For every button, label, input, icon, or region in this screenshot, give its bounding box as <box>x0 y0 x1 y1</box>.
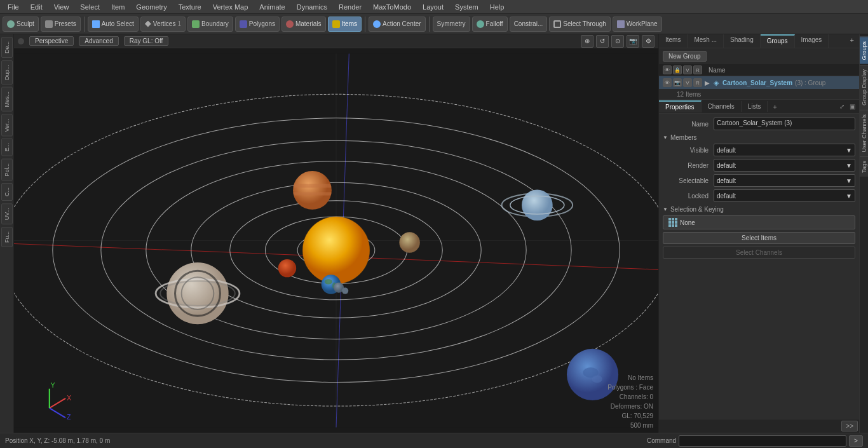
panel-expand-button[interactable]: >> <box>841 421 858 431</box>
menu-vertex-map[interactable]: Vertex Map <box>208 2 254 12</box>
tab-add-button[interactable]: + <box>845 34 859 48</box>
select-channels-button[interactable]: Select Channels <box>663 247 855 259</box>
menu-texture[interactable]: Texture <box>173 2 207 12</box>
sidebar-tab-ver[interactable]: Ver... <box>1 114 13 137</box>
select-items-button[interactable]: Select Items <box>663 232 855 244</box>
viewport-canvas[interactable]: X Z Y No Items Polygons : Face Channels:… <box>14 48 658 433</box>
props-expand-btn[interactable]: ▣ <box>848 102 857 111</box>
menu-layout[interactable]: Layout <box>417 2 449 12</box>
group-item-icons: 👁 📷 V R <box>663 78 702 87</box>
group-item-name: Cartoon_Solar_System <box>722 79 792 86</box>
command-go-button[interactable]: > <box>849 435 863 447</box>
group-r-icon[interactable]: R <box>693 78 702 87</box>
viewport-zoom-icon[interactable]: ⊙ <box>611 35 624 48</box>
header-lock-icon[interactable]: 🔒 <box>673 65 682 74</box>
viewport-header: Perspective Advanced Ray GL: Off ⊕ ↺ ⊙ 📷… <box>14 34 658 48</box>
constraints-button[interactable]: Constrai... <box>510 17 548 32</box>
auto-select-button[interactable]: Auto Select <box>88 17 139 32</box>
group-expand-icon[interactable]: ▶ <box>705 79 710 86</box>
tab-properties[interactable]: Properties <box>659 100 702 112</box>
menu-maxtomodo[interactable]: MaxToModo <box>368 2 416 12</box>
menu-item[interactable]: Item <box>106 2 130 12</box>
sculpt-button[interactable]: Sculpt <box>3 17 39 32</box>
viewport-rotate-icon[interactable]: ↺ <box>596 35 609 48</box>
ray-gl-button[interactable]: Ray GL: Off <box>124 36 169 46</box>
viewport-move-icon[interactable]: ⊕ <box>581 35 593 48</box>
sidebar-tab-dup[interactable]: Dup... <box>1 60 13 85</box>
menu-select[interactable]: Select <box>75 2 105 12</box>
vtab-user-channels[interactable]: User Channels <box>860 110 869 156</box>
select-through-button[interactable]: Select Through <box>549 17 611 32</box>
sidebar-tab-uv[interactable]: UV... <box>1 203 13 224</box>
menu-file[interactable]: File <box>3 2 24 12</box>
prop-render-select[interactable]: default ▼ <box>714 159 855 172</box>
svg-point-37 <box>399 232 419 252</box>
prop-selectable-row: Selectable default ▼ <box>663 174 855 187</box>
group-eye-icon[interactable]: 👁 <box>663 78 672 87</box>
presets-button[interactable]: Presets <box>41 17 81 32</box>
sidebar-tab-fu[interactable]: Fu... <box>1 227 13 247</box>
group-cam-icon[interactable]: 📷 <box>673 78 682 87</box>
header-render-icon[interactable]: R <box>693 65 702 74</box>
sidebar-tab-e[interactable]: E... <box>1 139 13 156</box>
polygons-button[interactable]: Polygons <box>235 17 280 32</box>
action-center-button[interactable]: Action Center <box>369 17 426 32</box>
header-eye-icon[interactable]: 👁 <box>663 65 672 74</box>
status-polygons: Polygons : Face <box>607 383 653 392</box>
boundary-button[interactable]: Boundary <box>187 17 233 32</box>
selkey-collapse-icon[interactable]: ▼ <box>663 207 668 212</box>
menu-geometry[interactable]: Geometry <box>131 2 172 12</box>
menu-help[interactable]: Help <box>485 2 510 12</box>
tab-lists[interactable]: Lists <box>742 101 768 112</box>
group-v-icon[interactable]: V <box>683 78 692 87</box>
tab-items[interactable]: Items <box>659 34 688 48</box>
viewport-area: Perspective Advanced Ray GL: Off ⊕ ↺ ⊙ 📷… <box>14 34 658 433</box>
viewport-screenshot-icon[interactable]: 📷 <box>627 35 639 48</box>
none-button[interactable]: None <box>663 215 855 229</box>
tab-shading[interactable]: Shading <box>724 34 761 48</box>
members-collapse-icon[interactable]: ▼ <box>663 135 668 140</box>
prop-locked-select[interactable]: default ▼ <box>714 189 855 202</box>
prop-name-input[interactable]: Cartoon_Solar_System (3) <box>714 118 855 130</box>
groups-panel: New Group 👁 🔒 V R Name 👁 📷 <box>659 48 859 100</box>
vtab-tags[interactable]: Tags <box>860 156 869 177</box>
vtab-groups[interactable]: Groups <box>860 37 869 64</box>
menu-render[interactable]: Render <box>334 2 367 12</box>
materials-button[interactable]: Materials <box>281 17 326 32</box>
advanced-button[interactable]: Advanced <box>79 36 118 46</box>
svg-point-30 <box>325 279 332 284</box>
symmetry-button[interactable]: Symmetry <box>433 17 470 32</box>
menu-system[interactable]: System <box>450 2 484 12</box>
sidebar-tab-pol[interactable]: Pol... <box>1 159 13 181</box>
menu-edit[interactable]: Edit <box>25 2 48 12</box>
viewport-settings-icon[interactable]: ⚙ <box>642 35 654 48</box>
vtab-group-display[interactable]: Group Display <box>860 65 869 109</box>
props-resize-btn[interactable]: ⤢ <box>837 102 846 111</box>
tab-mesh[interactable]: Mesh ... <box>688 34 724 48</box>
group-list-item[interactable]: 👁 📷 V R ▶ ◈ Cartoon_Solar_System (3) : G… <box>659 76 859 89</box>
toolbar-separator-1 <box>84 17 85 32</box>
menu-view[interactable]: View <box>49 2 74 12</box>
perspective-button[interactable]: Perspective <box>29 36 74 46</box>
items-button[interactable]: Items <box>328 17 362 32</box>
status-size: 500 mm <box>607 421 653 430</box>
sidebar-tab-c[interactable]: C... <box>1 183 13 201</box>
vertices-button[interactable]: Vertices 1 <box>140 17 186 32</box>
workplane-button[interactable]: WorkPlane <box>613 17 662 32</box>
properties-panel: Properties Channels Lists + ⤢ ▣ Name Car… <box>659 100 859 419</box>
tab-groups[interactable]: Groups <box>761 34 795 48</box>
new-group-button[interactable]: New Group <box>663 51 707 62</box>
props-tab-add[interactable]: + <box>768 101 782 112</box>
svg-point-33 <box>342 288 348 294</box>
tab-images[interactable]: Images <box>795 34 829 48</box>
command-input[interactable] <box>679 435 846 447</box>
sidebar-tab-de[interactable]: De... <box>1 37 13 58</box>
tab-channels[interactable]: Channels <box>702 101 742 112</box>
menu-animate[interactable]: Animate <box>254 2 290 12</box>
sidebar-tab-mes[interactable]: Mes... <box>1 87 13 112</box>
falloff-button[interactable]: Falloff <box>472 17 508 32</box>
prop-visible-select[interactable]: default ▼ <box>714 144 855 156</box>
prop-selectable-select[interactable]: default ▼ <box>714 174 855 187</box>
menu-dynamics[interactable]: Dynamics <box>292 2 332 12</box>
header-vis-icon[interactable]: V <box>683 65 692 74</box>
